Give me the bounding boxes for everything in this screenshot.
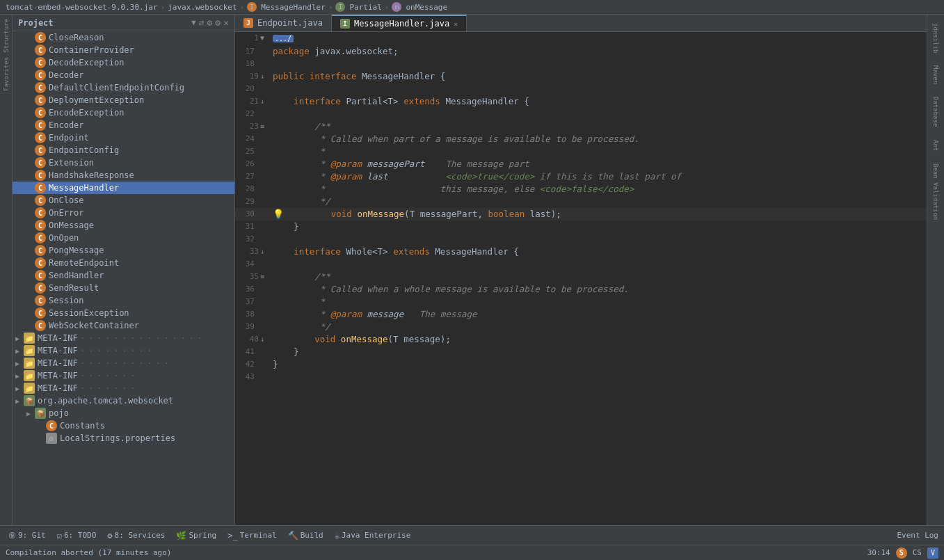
tree-item[interactable]: ▶📁META-INF· · · · · · · · · · · [13,357,234,369]
panel-gear-icon[interactable]: ⚙ [215,17,221,28]
tree-item[interactable]: CDefaultClientEndpointConfig [13,81,234,94]
java-enterprise-icon: ☕ [335,531,339,541]
project-tree: CCloseReasonCContainerProviderCDecodeExc… [13,31,234,525]
tree-item[interactable]: CSession [13,294,234,307]
tree-item[interactable]: CMessageHandler [13,182,234,194]
tree-item[interactable]: CEndpointConfig [13,144,234,157]
left-strip-favorites[interactable]: Favorites [2,56,10,93]
tree-label: Session [49,296,84,305]
tree-item[interactable]: ▶📁META-INF· · · · · · · [13,369,234,382]
tree-item[interactable]: CSendHandler [13,269,234,282]
tree-item[interactable]: COnOpen [13,232,234,244]
tree-icon: 📁 [24,383,35,394]
tree-label: SendResult [49,283,99,293]
tree-item[interactable]: CConstants [13,419,234,432]
tree-icon: C [35,282,46,294]
tool-services[interactable]: ⚙ 8: Services [104,530,168,541]
breadcrumb-jar[interactable]: tomcat-embed-websocket-9.0.30.jar [6,3,158,12]
code-line: 20 [235,83,927,95]
editor-area: J Endpoint.java I MessageHandler.java ✕ … [235,15,927,525]
tree-item[interactable]: CEncoder [13,119,234,131]
status-left: Compilation aborted (17 minutes ago) [6,548,171,557]
tool-build[interactable]: 🔨 Build [285,530,326,541]
tab-endpoint[interactable]: J Endpoint.java [235,15,332,31]
tool-todo[interactable]: ☑ 6: TODO [54,530,99,541]
fold-arrow[interactable]: ↓ [260,70,264,83]
tree-icon: ⚙ [46,433,57,444]
breadcrumb-class2[interactable]: Partial [349,3,381,12]
panel-close-icon[interactable]: ✕ [223,17,229,28]
tool-spring[interactable]: 🌿 Spring [173,530,219,541]
tree-item[interactable]: CDecoder [13,69,234,81]
tree-item[interactable]: CRemoteEndpoint [13,257,234,269]
tree-label: META-INF [38,358,78,368]
fold-arrow[interactable]: ↓ [260,333,264,346]
code-content: * Called when part of a message is avail… [270,133,927,145]
tree-item[interactable]: COnClose [13,194,234,207]
breadcrumb-method[interactable]: onMessage [406,3,447,12]
tree-item[interactable]: COnError [13,207,234,219]
code-line: 27 * @param last <code>true</code> if th… [235,170,927,183]
sidebar-database[interactable]: Database [931,91,941,132]
bulb-icon[interactable]: 💡 [273,209,284,219]
tree-item[interactable]: ▶📁META-INF· · · · · · · · · · · · · · · [13,332,234,344]
tab-messagehandler-close[interactable]: ✕ [454,20,458,28]
tab-messagehandler[interactable]: I MessageHandler.java ✕ [332,15,467,31]
code-line: 33↓ interface Whole<T> extends MessageHa… [235,246,927,258]
code-editor[interactable]: 1▼ .../ 17 package javax.websocket; 18 1… [235,32,927,525]
tree-item[interactable]: ▶📦org.apache.tomcat.websocket [13,394,234,407]
tree-item[interactable]: ▶📁META-INF· · · · · · · [13,382,234,394]
tool-java-enterprise[interactable]: ☕ Java Enterprise [332,530,414,541]
tree-label: ContainerProvider [49,45,134,55]
code-line: 19↓ public interface MessageHandler { [235,70,927,83]
tab-messagehandler-label: MessageHandler.java [354,19,449,29]
tree-item[interactable]: CWebSocketContainer [13,319,234,332]
tree-item[interactable]: CSessionException [13,307,234,319]
tree-item[interactable]: ▶📦pojo [13,407,234,419]
tree-item[interactable]: CExtension [13,157,234,169]
tree-item[interactable]: CPongMessage [13,244,234,257]
panel-settings-icon[interactable]: ⚙ [207,17,213,28]
tree-item[interactable]: CDeploymentException [13,94,234,106]
tree-item[interactable]: CContainerProvider [13,44,234,56]
fold-arrow[interactable]: ↓ [260,246,264,258]
sidebar-jdasilib[interactable]: jdasilib [931,17,941,58]
code-line: 41 } [235,346,927,358]
tree-icon: C [35,57,46,68]
fold-arrow[interactable]: ↓ [260,95,264,108]
sidebar-ant[interactable]: Ant [931,134,941,157]
panel-sync-icon[interactable]: ⇄ [199,17,205,28]
tree-label: org.apache.tomcat.websocket [38,396,173,406]
tree-item[interactable]: ▶📁META-INF· · · · · · · · · [13,344,234,357]
breadcrumb-class1[interactable]: MessageHandler [261,3,326,12]
tree-item[interactable]: CCloseReason [13,31,234,44]
line-gutter: 18 [235,58,270,70]
fold-icon[interactable]: ▼ [260,32,264,45]
line-gutter: 39 [235,321,270,333]
tree-item[interactable]: CHandshakeResponse [13,169,234,182]
breadcrumb-pkg[interactable]: javax.websocket [168,3,237,12]
tree-label: META-INF [38,371,78,381]
terminal-label: Terminal [240,531,277,540]
tree-icon: 📦 [35,408,46,419]
event-log-label[interactable]: Event Log [897,531,938,540]
tree-item[interactable]: COnMessage [13,219,234,232]
code-content: } [270,221,927,233]
tree-item[interactable]: CDecodeException [13,56,234,69]
code-content: * [270,145,927,158]
breadcrumb-class1-icon: I [247,2,257,12]
line-number: 29 [238,195,255,208]
sidebar-maven[interactable]: Maven [931,60,941,90]
tool-terminal[interactable]: >_ Terminal [225,530,279,541]
tree-item[interactable]: CSendResult [13,282,234,294]
line-gutter: 31 [235,221,270,233]
line-gutter: 40↓ [235,333,270,346]
line-gutter: 29 [235,195,270,208]
tree-item[interactable]: CEndpoint [13,131,234,144]
tree-item[interactable]: ⚙LocalStrings.properties [13,432,234,445]
code-line: 1▼ .../ [235,32,927,45]
tree-item[interactable]: CEncodeException [13,106,234,119]
sidebar-bean-validation[interactable]: Bean Validation [931,158,941,225]
left-strip-structure[interactable]: Structure [2,17,10,54]
tool-git[interactable]: ⑨ 9: Git [6,530,49,541]
